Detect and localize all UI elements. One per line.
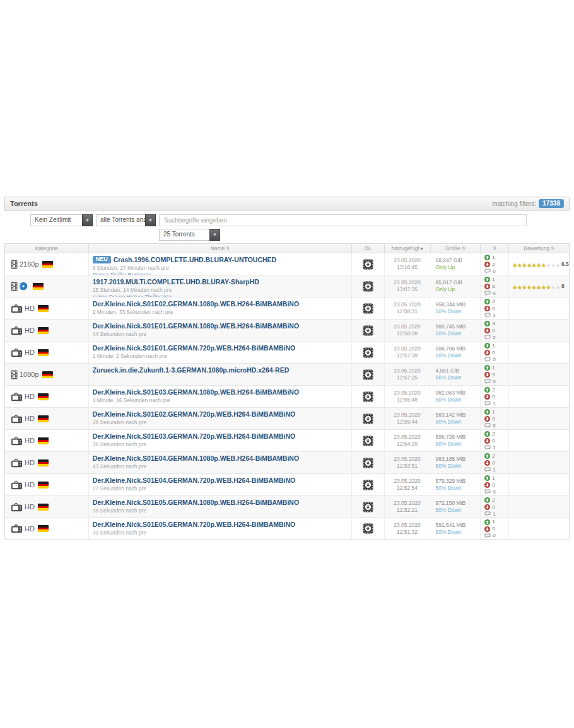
category-icons xyxy=(11,348,23,357)
film-icon xyxy=(11,282,18,291)
added-time: 12:52:54 xyxy=(397,485,418,492)
time-limit-value: Kein Zeitlimit xyxy=(30,214,82,226)
torrent-name-link[interactable]: 1917.2019.MULTi.COMPLETE.UHD.BLURAY-Shar… xyxy=(93,278,259,286)
comment-bubble-icon xyxy=(484,420,491,429)
status-label: 50% Down xyxy=(435,352,480,359)
chevron-down-icon[interactable] xyxy=(209,229,220,241)
neu-badge: NEU xyxy=(93,256,111,263)
table-row: HD Der.Kleine.Nick.S01E01.GERMAN.720p.WE… xyxy=(5,341,569,363)
table-body: 2160p NEU Crash.1996.COMPLETE.UHD.BLURAY… xyxy=(5,253,569,540)
download-icon[interactable] xyxy=(363,413,373,424)
comment-count: 0 xyxy=(493,269,495,274)
seeder-count: 2 xyxy=(492,431,495,437)
size-label: 591,641 MiB xyxy=(435,522,480,529)
chevron-down-icon[interactable] xyxy=(82,214,93,226)
comment-bubble-icon xyxy=(484,354,491,363)
seeder-count: 1 xyxy=(492,255,495,260)
download-icon[interactable] xyxy=(363,259,373,270)
pre-time-label: 33 Sekunden nach pre xyxy=(93,529,348,536)
added-time: 12:54:20 xyxy=(397,441,418,448)
rating-value: 8 xyxy=(561,283,565,289)
torrent-name-link[interactable]: Crash.1996.COMPLETE.UHD.BLURAY-UNTOUCHED xyxy=(114,256,276,263)
download-icon[interactable] xyxy=(363,325,373,336)
sort-desc-icon: ▾ xyxy=(421,246,423,251)
pre-time-label: 1 Minute, 16 Sekunden nach pre xyxy=(93,397,348,403)
download-icon[interactable] xyxy=(363,347,373,358)
download-icon[interactable] xyxy=(363,480,373,490)
leecher-count: 6 xyxy=(492,284,495,289)
seeder-count: 1 xyxy=(492,409,495,415)
added-date: 23.05.2020 xyxy=(394,257,421,264)
torrent-name-link[interactable]: Der.Kleine.Nick.S01E04.GERMAN.720p.WEB.H… xyxy=(93,477,296,484)
status-label: 50% Down xyxy=(435,308,480,315)
seeder-count: 3 xyxy=(492,321,495,326)
torrent-name-link[interactable]: Der.Kleine.Nick.S01E01.GERMAN.720p.WEB.H… xyxy=(93,344,296,352)
size-label: 958,344 MiB xyxy=(435,301,480,308)
status-label: 50% Down xyxy=(435,396,480,403)
chevron-down-icon[interactable] xyxy=(145,214,156,226)
leecher-count: 2 xyxy=(492,262,495,267)
comment-bubble-icon xyxy=(484,530,491,540)
status-label: 50% Down xyxy=(435,330,480,337)
torrent-name-link[interactable]: Zurueck.in.die.Zukunft.1-3.GERMAN.1080p.… xyxy=(93,366,290,374)
comment-bubble-icon xyxy=(484,486,491,495)
column-header-peers[interactable]: ⇅ xyxy=(481,244,509,253)
category-icons xyxy=(11,480,23,490)
column-header-name[interactable]: Name ⇅ xyxy=(89,244,352,253)
column-header-dl: DL xyxy=(352,244,385,253)
pre-time-label: 1 Minute, 2 Sekunden nach pre xyxy=(93,353,348,359)
download-icon[interactable] xyxy=(363,369,373,380)
download-icon[interactable] xyxy=(363,436,373,446)
comment-count: 0 xyxy=(493,357,495,362)
tv-icon xyxy=(11,480,23,490)
status-label: Only Up xyxy=(435,286,480,293)
category-icons xyxy=(11,436,23,446)
genre-links[interactable]: Action Drama History Thriller War xyxy=(93,294,348,297)
comment-count: 0 xyxy=(493,379,495,384)
torrent-name-link[interactable]: Der.Kleine.Nick.S01E03.GERMAN.720p.WEB.H… xyxy=(93,432,296,440)
added-time: 12:51:32 xyxy=(397,529,418,536)
film-icon xyxy=(11,370,18,379)
genre-links[interactable]: Drama Thriller Romance xyxy=(93,272,348,275)
torrent-name-link[interactable]: Der.Kleine.Nick.S01E02.GERMAN.1080p.WEB.… xyxy=(93,300,299,308)
german-flag-icon xyxy=(38,504,49,511)
torrent-type-select[interactable]: alle Torrents anzeigen xyxy=(96,214,156,226)
seeder-count: 2 xyxy=(492,497,495,503)
download-icon[interactable] xyxy=(363,458,373,468)
status-label: 50% Down xyxy=(435,441,480,448)
torrent-name-link[interactable]: Der.Kleine.Nick.S01E05.GERMAN.720p.WEB.H… xyxy=(93,521,296,528)
search-input[interactable] xyxy=(159,214,527,226)
time-limit-select[interactable]: Kein Zeitlimit xyxy=(30,214,93,226)
torrent-table: Kategorie Name ⇅ DL hinzugefügt ▾ Größe … xyxy=(4,243,570,540)
torrent-name-link[interactable]: Der.Kleine.Nick.S01E04.GERMAN.1080p.WEB.… xyxy=(93,454,299,462)
download-icon[interactable] xyxy=(363,502,373,512)
torrent-name-link[interactable]: Der.Kleine.Nick.S01E03.GERMAN.1080p.WEB.… xyxy=(93,388,299,396)
download-icon[interactable] xyxy=(363,303,373,314)
download-icon[interactable] xyxy=(363,523,373,534)
comment-count: 1 xyxy=(493,511,495,517)
status-label: Only Up xyxy=(435,264,480,271)
download-icon[interactable] xyxy=(363,391,373,402)
comment-bubble-icon xyxy=(484,332,491,341)
torrent-name-link[interactable]: Der.Kleine.Nick.S01E01.GERMAN.1080p.WEB.… xyxy=(93,322,299,330)
column-header-hinzugefuegt[interactable]: hinzugefügt ▾ xyxy=(385,244,431,253)
comment-count: 0 xyxy=(493,291,495,296)
comment-bubble-icon xyxy=(484,376,491,385)
table-row: HD Der.Kleine.Nick.S01E05.GERMAN.720p.WE… xyxy=(5,517,569,540)
tv-icon xyxy=(11,392,23,402)
added-time: 12:58:31 xyxy=(397,308,418,315)
torrent-name-link[interactable]: Der.Kleine.Nick.S01E05.GERMAN.1080p.WEB.… xyxy=(93,499,299,506)
column-header-bewertung[interactable]: Bewertung ⇅ xyxy=(509,244,569,253)
table-row: HD Der.Kleine.Nick.S01E02.GERMAN.1080p.W… xyxy=(5,297,569,319)
rating-stars: ★★★★★★★★★★ xyxy=(512,280,560,292)
column-header-groesse[interactable]: Größe ⇅ xyxy=(431,244,481,253)
comment-count: 1 xyxy=(493,313,495,318)
category-icons xyxy=(11,326,23,335)
table-header-row: Kategorie Name ⇅ DL hinzugefügt ▾ Größe … xyxy=(5,244,569,253)
torrent-name-link[interactable]: Der.Kleine.Nick.S01E02.GERMAN.720p.WEB.H… xyxy=(93,410,296,418)
per-page-select[interactable]: 25 Torrents xyxy=(159,229,220,241)
table-row: HD Der.Kleine.Nick.S01E03.GERMAN.720p.WE… xyxy=(5,429,569,451)
category-label: HD xyxy=(25,415,35,422)
table-row: HD Der.Kleine.Nick.S01E01.GERMAN.1080p.W… xyxy=(5,319,569,341)
download-icon[interactable] xyxy=(363,281,373,292)
